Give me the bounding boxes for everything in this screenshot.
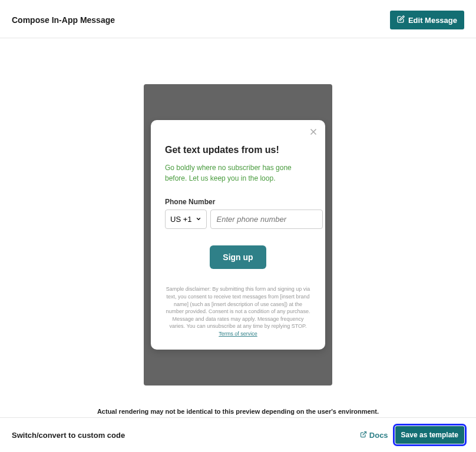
country-code-value: US +1 bbox=[170, 215, 192, 224]
disclaimer-body: Sample disclaimer: By submitting this fo… bbox=[166, 286, 310, 329]
country-code-select[interactable]: US +1 bbox=[165, 210, 207, 229]
edit-message-button[interactable]: Edit Message bbox=[390, 11, 464, 29]
chevron-down-icon bbox=[196, 215, 201, 224]
page-footer: Switch/convert to custom code Docs Save … bbox=[0, 417, 476, 452]
save-as-template-button[interactable]: Save as template bbox=[395, 426, 464, 444]
edit-icon bbox=[397, 15, 405, 25]
disclaimer-text: Sample disclaimer: By submitting this fo… bbox=[165, 285, 311, 337]
in-app-modal: Get text updates from us! Go boldly wher… bbox=[151, 120, 325, 349]
switch-custom-code-label[interactable]: Switch/convert to custom code bbox=[12, 431, 125, 440]
docs-label: Docs bbox=[369, 431, 388, 440]
footer-actions: Docs Save as template bbox=[360, 426, 464, 444]
signup-button[interactable]: Sign up bbox=[210, 245, 266, 269]
edit-button-label: Edit Message bbox=[408, 16, 457, 25]
preview-area: Get text updates from us! Go boldly wher… bbox=[0, 38, 476, 417]
page-header: Compose In-App Message Edit Message bbox=[0, 0, 476, 38]
modal-subtitle: Go boldly where no subscriber has gone b… bbox=[165, 162, 311, 184]
phone-row: US +1 bbox=[165, 210, 311, 229]
page-title: Compose In-App Message bbox=[12, 15, 115, 25]
terms-link[interactable]: Terms of service bbox=[219, 331, 257, 337]
device-frame: Get text updates from us! Go boldly wher… bbox=[144, 84, 332, 385]
external-link-icon bbox=[360, 431, 367, 440]
svg-line-2 bbox=[363, 431, 366, 435]
modal-title: Get text updates from us! bbox=[165, 145, 311, 155]
render-note: Actual rendering may not be identical to… bbox=[97, 408, 379, 415]
close-icon[interactable] bbox=[308, 126, 319, 138]
phone-label: Phone Number bbox=[165, 198, 311, 206]
phone-input[interactable] bbox=[210, 210, 323, 229]
docs-link[interactable]: Docs bbox=[360, 431, 388, 440]
